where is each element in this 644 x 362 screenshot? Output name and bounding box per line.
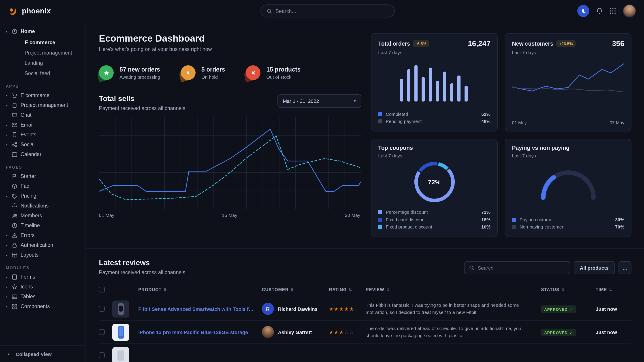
row-checkbox[interactable] [99, 353, 105, 358]
sidebar-item-e-commerce[interactable]: E commerce [24, 37, 85, 47]
sidebar-item-project-management[interactable]: ▸Project management [0, 100, 85, 110]
column-header-time[interactable]: TIME [596, 287, 607, 292]
x-axis-label: 07 May [610, 120, 624, 125]
sidebar-item-label: Faq [20, 183, 30, 189]
column-header-review[interactable]: REVIEW [366, 287, 384, 292]
sidebar-item-timeline[interactable]: Timeline [0, 220, 85, 230]
navbar-actions [577, 4, 636, 17]
sidebar-item-tables[interactable]: ▸Tables [0, 292, 85, 301]
legend-label: Percentage discount [386, 210, 428, 215]
top-coupons-card: Top coupons Last 7 days 72% Percentage d… [371, 139, 498, 237]
legend-label: Fixed card discount [386, 217, 426, 222]
product-thumbnail[interactable] [112, 347, 129, 362]
column-header-status[interactable]: STATUS [541, 287, 559, 292]
card-period: Last 7 days [378, 153, 490, 158]
lock-icon [12, 242, 18, 248]
flag-icon [12, 173, 18, 179]
sidebar-item-pricing[interactable]: ▸Pricing [0, 191, 85, 201]
sort-icon[interactable]: ⇅ [290, 287, 294, 292]
sort-icon[interactable]: ⇅ [386, 287, 389, 292]
sidebar-item-email[interactable]: ▸Email [0, 120, 85, 130]
brand-home-link[interactable]: phoenix [8, 5, 51, 16]
global-search-input[interactable] [276, 8, 388, 14]
sidebar-item-components[interactable]: ▸Components [0, 301, 85, 311]
chevron-right-icon: ▸ [6, 295, 12, 299]
sidebar-item-landing[interactable]: Landing [24, 58, 85, 68]
global-search[interactable] [260, 4, 394, 17]
date-range-select[interactable]: Mar 1 - 31, 2022 ▾ [278, 94, 361, 108]
row-checkbox[interactable] [99, 306, 105, 312]
row-checkbox[interactable] [99, 329, 105, 335]
chevron-right-icon: ▸ [6, 243, 12, 247]
sidebar-item-calendar[interactable]: Calendar [0, 149, 85, 159]
all-products-button[interactable]: All products [574, 261, 615, 274]
product-link[interactable]: iPhone 13 pro max-Pacific Blue-128GB sto… [138, 329, 254, 335]
sort-icon[interactable]: ⇅ [163, 287, 167, 292]
customer-name: Richard Dawkins [278, 306, 318, 312]
page-subtitle: Here's what's going on at your business … [99, 46, 361, 52]
sidebar-item-label: Calendar [20, 152, 42, 157]
latest-reviews-subtitle: Payment received across all channels [99, 270, 185, 275]
table-row: Fitbit Sense Advanced Smartwatch with To… [99, 297, 632, 321]
top-navbar: phoenix [0, 0, 644, 22]
total-orders-card: Total orders -6.8% 16,247 Last 7 days Co… [371, 33, 498, 131]
total-sells-title: Total sells [99, 94, 185, 103]
sort-icon[interactable]: ⇅ [609, 287, 612, 292]
reviews-search[interactable] [464, 261, 570, 274]
sidebar-item-forms[interactable]: ▸Forms [0, 272, 85, 282]
column-header-rating[interactable]: RATING [329, 287, 347, 292]
sidebar-item-events[interactable]: ▸Events [0, 130, 85, 139]
new-customers-value: 356 [612, 39, 624, 48]
users-icon [12, 213, 18, 218]
stat-caption: On hold [202, 74, 225, 79]
apps-grid-button[interactable] [610, 7, 616, 14]
collapsed-view-toggle[interactable]: Collapsed View [0, 345, 85, 362]
sidebar-item-authentication[interactable]: ▸Authentication [0, 240, 85, 250]
notifications-button[interactable] [596, 7, 603, 14]
sidebar-item-label: Project management [20, 102, 68, 108]
review-text: This Fitbit is fantastic! I was trying t… [366, 302, 541, 316]
column-header-product[interactable]: PRODUCT [138, 287, 162, 292]
sidebar-item-label: Icons [20, 284, 33, 289]
select-all-checkbox[interactable] [99, 287, 105, 293]
column-header-customer[interactable]: CUSTOMER [262, 287, 289, 292]
product-link[interactable]: Fitbit Sense Advanced Smartwatch with To… [138, 306, 254, 312]
cart-icon [12, 92, 18, 98]
bookmark-icon [12, 132, 18, 137]
sidebar-item-starter[interactable]: Starter [0, 171, 85, 181]
star-badge-icon [99, 65, 114, 80]
chevron-right-icon: ▸ [6, 142, 12, 146]
legend-value: 48% [481, 119, 490, 124]
more-options-button[interactable]: ... [618, 261, 632, 274]
sidebar-item-members[interactable]: Members [0, 211, 85, 220]
order-stats-row: 57 new ordersAwating processing5 ordersO… [99, 65, 361, 80]
sort-icon[interactable]: ⇅ [349, 287, 352, 292]
x-axis-label: 30 May [345, 212, 360, 218]
paying-gauge-chart [536, 165, 600, 200]
sidebar-item-label: Email [20, 122, 34, 127]
sidebar-item-project-management[interactable]: Project management [24, 47, 85, 58]
status-badge: APPROVED ✓ [541, 306, 576, 313]
sidebar-item-icons[interactable]: ▸Icons [0, 282, 85, 292]
sidebar-item-notifications[interactable]: Notifications [0, 201, 85, 211]
sidebar-item-errors[interactable]: ▸Errors [0, 230, 85, 240]
sidebar-item-chat[interactable]: Chat [0, 110, 85, 120]
sidebar-section-label: PAGES [6, 165, 85, 169]
chevron-right-icon: ▸ [6, 93, 12, 97]
dashboard-section: Ecommerce Dashboard Here's what's going … [86, 22, 644, 248]
sidebar-item-home[interactable]: ▾Home [0, 26, 85, 37]
sidebar-item-faq[interactable]: Faq [0, 181, 85, 191]
reviews-search-input[interactable] [478, 265, 565, 270]
sidebar-item-e-commerce[interactable]: ▸E commerce [0, 90, 85, 100]
check-icon: ✓ [570, 307, 573, 312]
sidebar-item-social[interactable]: ▸Social [0, 139, 85, 149]
sidebar-item-social-feed[interactable]: Social feed [24, 68, 85, 78]
sidebar-item-layouts[interactable]: ▸Layouts [0, 250, 85, 260]
user-avatar[interactable] [623, 4, 636, 17]
app-viewport: phoenix ▾HomeE commerceProject managemen… [0, 0, 644, 362]
product-thumbnail[interactable] [112, 300, 129, 317]
product-thumbnail[interactable] [112, 324, 129, 341]
theme-toggle-button[interactable] [577, 5, 590, 17]
review-time: Just now [596, 306, 632, 312]
sort-icon[interactable]: ⇅ [561, 287, 564, 292]
